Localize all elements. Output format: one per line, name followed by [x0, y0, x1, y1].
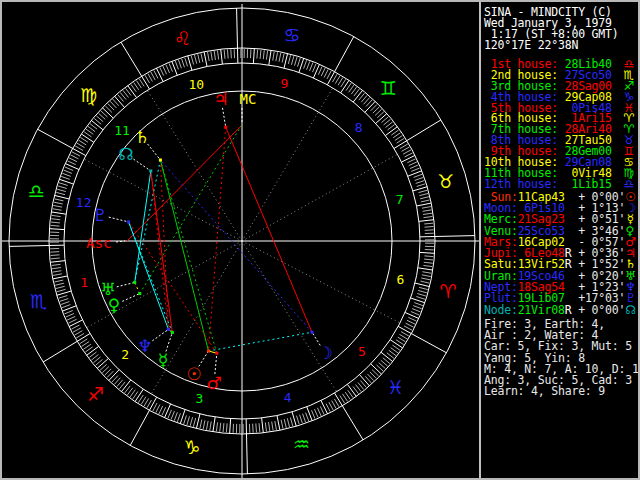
degree-tick	[109, 370, 119, 381]
degree-tick	[102, 108, 113, 118]
sign-boundary-line	[9, 245, 49, 246]
degree-tick	[68, 161, 76, 165]
degree-tick	[177, 413, 180, 421]
house-cusp-line	[242, 154, 397, 241]
pointer-line-node	[133, 159, 150, 171]
degree-tick	[405, 312, 419, 318]
degree-tick	[149, 397, 156, 410]
degree-tick	[347, 384, 356, 396]
house-cusp-line	[242, 88, 333, 241]
degree-tick	[422, 207, 431, 209]
degree-tick	[420, 197, 429, 199]
planet-dot-saturn	[159, 158, 162, 161]
degree-tick	[394, 141, 407, 149]
degree-tick	[294, 57, 297, 66]
degree-tick	[50, 252, 59, 253]
degree-tick	[61, 176, 69, 179]
sign-glyph-aquarius: ♒	[293, 433, 310, 455]
degree-tick	[279, 53, 281, 62]
degree-tick	[284, 53, 288, 68]
degree-tick	[253, 48, 254, 63]
degree-tick	[412, 309, 420, 312]
degree-tick	[51, 258, 60, 259]
degree-tick	[415, 283, 430, 287]
pointer-line-mercury	[166, 332, 172, 351]
degree-tick	[216, 422, 217, 431]
house-number-9: 9	[281, 76, 289, 91]
degree-tick	[275, 421, 277, 430]
degree-tick	[307, 61, 310, 69]
sign-glyph-virgo: ♍	[80, 84, 97, 106]
degree-tick	[226, 423, 227, 432]
degree-tick	[312, 410, 315, 418]
degree-tick	[321, 68, 325, 76]
sign-glyph-taurus: ♉	[437, 170, 454, 192]
degree-tick	[272, 422, 273, 431]
degree-tick	[57, 289, 66, 291]
degree-tick	[52, 268, 61, 269]
degree-tick	[171, 411, 174, 419]
planet-glyph-moon: ☽	[317, 343, 332, 363]
astrolog-screen: ♈♉♊♋♌♍♎♏♐♑♒♓123456789101112☉☽☿♀♂♃♄♅♆♇☊As…	[0, 0, 640, 480]
degree-tick	[54, 202, 63, 204]
house-number-3: 3	[196, 391, 204, 406]
degree-tick	[415, 177, 423, 180]
house-number-10: 10	[188, 77, 204, 92]
sign-boundary-line	[38, 129, 73, 148]
degree-tick	[60, 299, 69, 302]
house-number-1: 1	[80, 275, 88, 290]
degree-tick	[69, 158, 77, 162]
house-number-8: 8	[355, 120, 363, 135]
planet-icon: ☊	[625, 305, 635, 316]
degree-tick	[335, 393, 343, 406]
degree-tick	[408, 317, 416, 321]
pointer-line-mars	[215, 353, 217, 374]
degree-tick	[154, 70, 158, 78]
degree-tick	[67, 316, 75, 320]
degree-tick	[417, 293, 426, 296]
sign-boundary-line	[121, 42, 142, 76]
degree-tick	[52, 215, 61, 216]
house-row: 12th house: 1Lib15♎	[484, 179, 638, 190]
planet-glyph-pluto: ♇	[92, 205, 107, 225]
degree-tick	[419, 287, 428, 289]
sign-glyph-libra: ♎	[27, 180, 44, 202]
degree-tick	[266, 51, 267, 60]
planet-glyph-mercury: ☿	[158, 350, 168, 370]
sign-glyph-scorpio: ♏	[30, 290, 47, 312]
degree-tick	[385, 127, 397, 136]
degree-tick	[54, 280, 63, 282]
degree-tick	[128, 86, 137, 98]
degree-tick	[405, 153, 413, 157]
degree-tick	[51, 212, 66, 214]
degree-tick	[424, 226, 433, 227]
panel-divider	[479, 2, 481, 478]
degree-tick	[51, 222, 60, 223]
degree-tick	[73, 328, 81, 332]
degree-tick	[69, 320, 82, 327]
degree-tick	[55, 283, 64, 285]
degree-tick	[213, 417, 215, 432]
degree-tick	[175, 61, 178, 69]
sign-glyph-cancer: ♋	[284, 24, 301, 46]
degree-tick	[174, 412, 177, 420]
degree-tick	[168, 410, 171, 418]
sign-boundary-line	[335, 37, 354, 72]
degree-tick	[406, 323, 414, 327]
degree-tick	[365, 101, 375, 112]
degree-tick	[87, 346, 99, 355]
degree-tick	[317, 408, 321, 416]
planet-dot-sun	[207, 350, 210, 353]
sign-boundary-line	[435, 236, 475, 237]
degree-tick	[54, 195, 69, 199]
planet-dot-jupiter	[224, 126, 227, 129]
degree-tick	[314, 409, 318, 417]
degree-tick	[56, 286, 65, 288]
planet-glyph-mars: ♂	[206, 373, 221, 393]
degree-tick	[135, 389, 143, 401]
info-panel: SINA - MINDCITY (C) Wed January 3, 1979 …	[484, 2, 638, 478]
planet-glyph-uranus: ♅	[100, 279, 115, 299]
degree-tick	[407, 320, 415, 324]
degree-tick	[318, 67, 322, 75]
degree-tick	[324, 69, 328, 77]
